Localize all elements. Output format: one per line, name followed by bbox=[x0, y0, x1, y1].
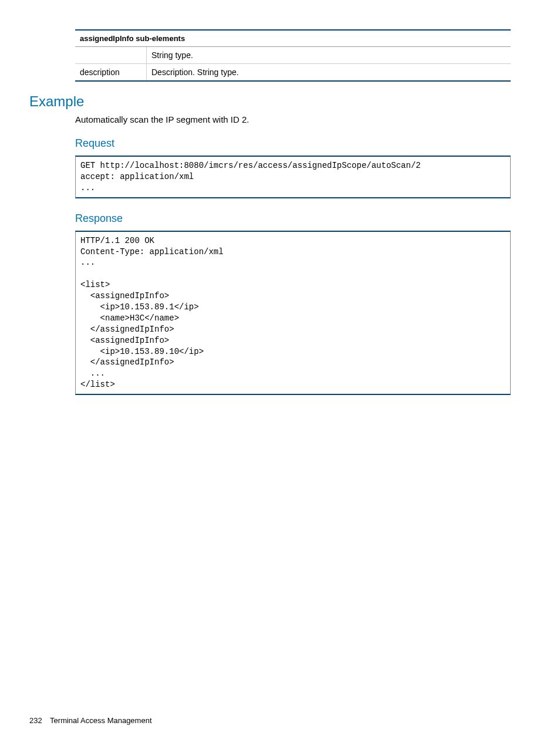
table-cell-desc: String type. bbox=[147, 47, 511, 64]
table-row: String type. bbox=[75, 47, 511, 64]
table-header: assignedIpInfo sub-elements bbox=[75, 30, 511, 47]
page-footer: 232 Terminal Access Management bbox=[29, 716, 152, 725]
table-cell-name bbox=[75, 47, 147, 64]
table-cell-name: description bbox=[75, 64, 147, 82]
example-heading: Example bbox=[29, 93, 511, 110]
response-heading: Response bbox=[75, 212, 511, 225]
request-code-block: GET http://localhost:8080/imcrs/res/acce… bbox=[75, 156, 511, 198]
request-heading: Request bbox=[75, 137, 511, 150]
response-code-block: HTTP/1.1 200 OK Content-Type: applicatio… bbox=[75, 231, 511, 395]
subelements-table: assignedIpInfo sub-elements String type.… bbox=[75, 29, 511, 82]
example-description: Automatically scan the IP segment with I… bbox=[75, 114, 511, 124]
table-cell-desc: Description. String type. bbox=[147, 64, 511, 82]
table-row: description Description. String type. bbox=[75, 64, 511, 82]
footer-title: Terminal Access Management bbox=[50, 716, 151, 725]
page-number: 232 bbox=[29, 716, 42, 725]
